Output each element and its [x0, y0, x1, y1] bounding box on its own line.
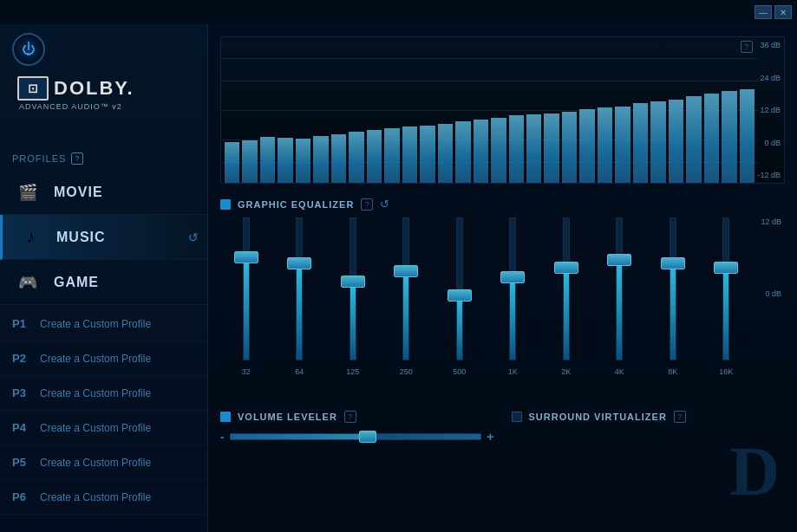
eq-handle[interactable]: [661, 257, 685, 269]
eq-freq-label: 32: [242, 367, 251, 376]
volume-plus-icon: +: [487, 430, 493, 444]
eq-fill: [297, 268, 302, 360]
surround-title: SURROUND VIRTUALIZER: [529, 412, 667, 422]
eq-band-8K: 8K: [647, 217, 699, 378]
eq-track: [456, 217, 463, 360]
volume-leveler-section: VOLUME LEVELER ? - +: [220, 411, 494, 471]
eq-track: [509, 217, 516, 360]
eq-handle[interactable]: [234, 251, 258, 263]
dolby-watermark: D: [729, 437, 780, 506]
custom-profile-1[interactable]: P1 Create a Custom Profile: [0, 307, 207, 341]
eq-handle[interactable]: [447, 289, 472, 302]
spectrum-bar: [296, 139, 310, 183]
spectrum-bar: [260, 137, 275, 183]
sidebar-item-game[interactable]: 🎮 GAME: [0, 260, 207, 305]
eq-db-labels: 12 dB 0 dB: [754, 217, 785, 360]
eq-band-2K: 2K: [540, 217, 592, 378]
eq-freq-label: 500: [453, 367, 466, 376]
sidebar: ⏻ ⊡ DOLBY. ADVANCED AUDIO™ v2 PROFILES ?…: [0, 24, 208, 532]
custom-p2-num: P2: [12, 352, 31, 365]
eq-freq-label: 16K: [719, 367, 733, 376]
profiles-label: PROFILES ?: [12, 152, 83, 165]
custom-p6-label: Create a Custom Profile: [40, 491, 151, 503]
eq-handle[interactable]: [287, 257, 311, 269]
db-label-36: 36 dB: [753, 41, 784, 49]
eq-handle[interactable]: [500, 271, 525, 283]
eq-track: [616, 217, 623, 360]
spectrum-analyzer: ? 36 dB 24 dB 12 dB 0 dB -12 dB: [220, 36, 785, 184]
spectrum-bar: [402, 127, 417, 183]
eq-fill: [564, 272, 569, 360]
volume-minus-icon: -: [220, 430, 225, 444]
eq-info-icon[interactable]: ?: [361, 198, 373, 211]
eq-band-32: 32: [220, 217, 272, 378]
custom-profile-6[interactable]: P6 Create a Custom Profile: [0, 480, 207, 515]
custom-profile-5[interactable]: P5 Create a Custom Profile: [0, 445, 207, 480]
dolby-d-icon: ⊡: [17, 76, 49, 101]
eq-freq-label: 64: [295, 367, 304, 376]
close-button[interactable]: ✕: [774, 5, 792, 19]
sidebar-item-music[interactable]: ♪ MUSIC ↺: [0, 215, 207, 260]
custom-p1-label: Create a Custom Profile: [40, 318, 151, 330]
spectrum-bar: [579, 109, 594, 183]
eq-track: [670, 217, 676, 360]
volume-header: VOLUME LEVELER ?: [220, 411, 494, 423]
custom-p1-num: P1: [12, 317, 31, 330]
music-refresh-icon[interactable]: ↺: [188, 230, 199, 244]
volume-info-icon[interactable]: ?: [344, 411, 356, 423]
custom-profile-3[interactable]: P3 Create a Custom Profile: [0, 376, 207, 411]
spectrum-bar: [544, 114, 559, 183]
eq-freq-label: 8K: [668, 367, 677, 376]
game-icon: 🎮: [12, 270, 43, 295]
spectrum-bar: [669, 100, 683, 183]
custom-p4-num: P4: [12, 421, 31, 434]
eq-track: [350, 217, 356, 360]
eq-fill: [457, 301, 462, 360]
eq-refresh-icon[interactable]: ↺: [380, 198, 389, 211]
eq-track: [563, 217, 570, 360]
spectrum-bar: [598, 107, 612, 183]
sidebar-item-movie[interactable]: 🎬 MOVIE: [0, 170, 207, 215]
spectrum-bar: [562, 112, 577, 183]
watermark-d-letter: D: [729, 437, 780, 506]
eq-handle[interactable]: [714, 262, 738, 274]
volume-slider-row: - +: [220, 430, 494, 444]
eq-indicator: [220, 199, 231, 210]
eq-handle[interactable]: [554, 262, 578, 274]
eq-handle[interactable]: [607, 254, 631, 266]
spectrum-bar: [650, 101, 665, 183]
eq-fill: [670, 268, 676, 360]
eq-track: [722, 217, 729, 360]
custom-p5-num: P5: [12, 456, 31, 469]
eq-fill: [350, 286, 356, 360]
eq-handle[interactable]: [341, 276, 365, 288]
spectrum-bar: [313, 136, 328, 183]
eq-header: GRAPHIC EQUALIZER ? ↺: [220, 198, 785, 211]
spectrum-bar: [242, 140, 257, 183]
eq-band-16K: 16K: [701, 217, 753, 378]
profiles-info-icon[interactable]: ?: [71, 152, 83, 165]
surround-info-icon[interactable]: ?: [674, 411, 686, 423]
power-button[interactable]: ⏻: [12, 33, 45, 66]
custom-profile-4[interactable]: P4 Create a Custom Profile: [0, 411, 207, 445]
title-bar: — ✕: [0, 0, 797, 24]
spectrum-bar: [526, 114, 541, 183]
volume-indicator: [220, 412, 231, 422]
minimize-button[interactable]: —: [755, 5, 772, 19]
volume-slider-handle[interactable]: [359, 431, 376, 443]
spectrum-bars: [221, 37, 758, 183]
eq-freq-label: 125: [346, 367, 359, 376]
eq-handle[interactable]: [394, 265, 418, 277]
volume-slider-track[interactable]: [230, 433, 482, 440]
eq-db-12: 12 dB: [761, 217, 781, 226]
eq-track: [402, 217, 409, 360]
spectrum-bar: [704, 94, 719, 183]
eq-fill: [617, 265, 622, 360]
spectrum-bar: [438, 124, 453, 183]
game-label: GAME: [54, 275, 99, 290]
volume-slider-fill: [231, 434, 369, 439]
spectrum-bar: [491, 118, 506, 183]
db-label-0: 0 dB: [753, 139, 784, 147]
custom-profile-2[interactable]: P2 Create a Custom Profile: [0, 341, 207, 376]
eq-track: [296, 217, 303, 360]
